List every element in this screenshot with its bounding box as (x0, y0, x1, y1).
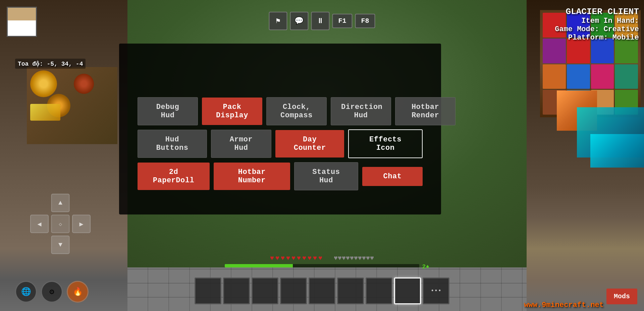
effects-icon-button[interactable]: Effects Icon (348, 129, 423, 158)
dpad-right-button[interactable]: ▶ (72, 215, 91, 233)
hud-buttons-button[interactable]: Hud Buttons (138, 130, 207, 158)
hotbar-slot-2[interactable] (252, 277, 278, 304)
xp-level: 2♦ (422, 263, 429, 270)
dpad: ▲ ◀ ◇ ▶ ▼ (30, 194, 91, 254)
hotbar: ••• (195, 277, 449, 304)
coordinates-display: Toa độ: -5, 34, -4 (15, 59, 86, 69)
armor-hud-button[interactable]: Armor Hud (211, 130, 271, 158)
2d-paperdoll-button[interactable]: 2d PaperDoll (138, 163, 210, 190)
book-spine-11 (615, 64, 638, 89)
platform: Platform: Mobile (555, 34, 639, 42)
book-spine-4 (543, 39, 566, 63)
xp-bar-fill (225, 264, 293, 267)
action-icon-3[interactable]: 🔥 (67, 281, 89, 303)
hotbar-slot-1[interactable] (223, 277, 250, 304)
menu-row-1: Debug HudPack DisplayClock, CompassDirec… (138, 97, 423, 125)
hearts-row: ♥ ♥ ♥ ♥ ♥ ♥ ♥ ♥ ♥ ♥ ♥♥♥♥♥♥♥♥♥♥ (270, 254, 374, 262)
f8-button[interactable]: F8 (355, 14, 375, 28)
chat-button[interactable]: Chat (362, 167, 423, 186)
book-spine-5 (567, 39, 590, 63)
item-in-hand: Item In Hand: (555, 17, 639, 25)
clock-compass-button[interactable]: Clock, Compass (266, 97, 327, 125)
left-wall (0, 0, 127, 311)
chat-icon-button[interactable]: 💬 (290, 12, 308, 30)
client-name: GLACIER CLIENT (555, 7, 639, 17)
action-icon-1[interactable]: 🌐 (15, 281, 37, 303)
heart-3: ♥ (281, 254, 285, 262)
hotbar-slot-7[interactable] (394, 277, 421, 304)
mods-button[interactable]: Mods (606, 289, 637, 304)
hotbar-number-button[interactable]: Hotbar Number (214, 163, 290, 190)
action-icon-2[interactable]: ⚙ (41, 281, 63, 303)
heart-10: ♥ (318, 254, 322, 262)
dpad-left-button[interactable]: ◀ (30, 215, 49, 233)
heart-5: ♥ (291, 254, 296, 262)
menu-buttons-container: Debug HudPack DisplayClock, CompassDirec… (119, 87, 441, 200)
dpad-center: ◇ (51, 215, 70, 233)
book-spine-7 (615, 39, 638, 63)
status-hud-button[interactable]: Status Hud (294, 162, 358, 190)
hotbar-slot-4[interactable] (309, 277, 335, 304)
hotbar-slot-0[interactable] (195, 277, 221, 304)
menu-row-2: Hud ButtonsArmor HudDay CounterEffects I… (138, 129, 423, 158)
top-hud-bar: ⚑ 💬 ⏸ F1 F8 (269, 12, 375, 30)
menu-row-3: 2d PaperDollHotbar NumberStatus HudChat (138, 162, 423, 190)
cyan-blocks-2 (590, 134, 644, 168)
day-counter-button[interactable]: Day Counter (275, 130, 344, 158)
game-mode: Game Mode: Creative (555, 25, 639, 34)
player-avatar (7, 7, 37, 37)
pause-icon-button[interactable]: ⏸ (311, 12, 329, 30)
dpad-down-button[interactable]: ▼ (51, 236, 70, 254)
hotbar-slot-3[interactable] (280, 277, 307, 304)
armor-hearts: ♥♥♥♥♥♥♥♥♥♥ (334, 254, 374, 262)
heart-1: ♥ (270, 254, 274, 262)
heart-4: ♥ (286, 254, 290, 262)
heart-2: ♥ (275, 254, 279, 262)
xp-bar-wrapper: 2♦ (225, 264, 419, 267)
book-spine-8 (543, 64, 566, 89)
book-spine-6 (591, 39, 614, 63)
heart-9: ♥ (313, 254, 317, 262)
top-left-hud (7, 7, 37, 37)
hotbar-render-button[interactable]: Hotbar Render (395, 97, 455, 125)
client-info: GLACIER CLIENT Item In Hand: Game Mode: … (555, 7, 639, 42)
hotbar-slot-6[interactable] (366, 277, 392, 304)
debug-hud-button[interactable]: Debug Hud (138, 97, 198, 125)
direction-hud-button[interactable]: Direction Hud (331, 97, 391, 125)
book-spine-10 (591, 64, 614, 89)
hotbar-slot-8[interactable]: ••• (423, 277, 449, 304)
watermark: www.9minecraft.net (524, 301, 604, 309)
hotbar-slot-5[interactable] (337, 277, 364, 304)
flag-icon-button[interactable]: ⚑ (269, 12, 287, 30)
heart-8: ♥ (308, 254, 312, 262)
dpad-up-button[interactable]: ▲ (51, 194, 70, 212)
bottom-left-icons: 🌐 ⚙ 🔥 (15, 281, 89, 303)
f1-button[interactable]: F1 (332, 14, 352, 28)
heart-6: ♥ (297, 254, 301, 262)
food-items-decoration (27, 67, 117, 144)
book-spine-9 (567, 64, 590, 89)
movement-controls: ▲ ◀ ◇ ▶ ▼ (30, 194, 91, 254)
status-area: ♥ ♥ ♥ ♥ ♥ ♥ ♥ ♥ ♥ ♥ ♥♥♥♥♥♥♥♥♥♥ 2♦ (225, 254, 419, 267)
heart-7: ♥ (302, 254, 306, 262)
pack-display-button[interactable]: Pack Display (202, 98, 262, 125)
xp-bar-bg (225, 264, 419, 267)
